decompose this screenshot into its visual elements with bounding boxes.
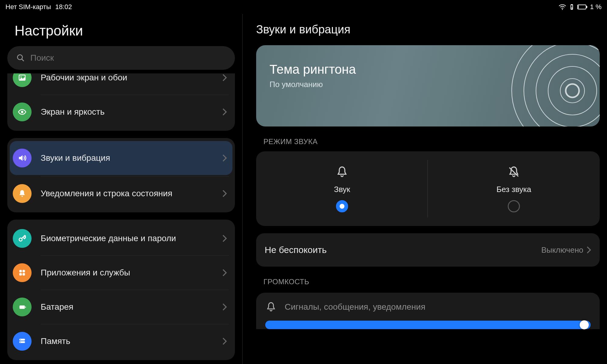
sidebar-item-label: Уведомления и строка состояния	[41, 189, 222, 198]
alert-icon	[569, 4, 575, 10]
status-sim: Нет SIM-карты	[5, 3, 51, 11]
page-title: Настройки	[15, 22, 235, 39]
svg-rect-18	[25, 307, 26, 308]
svg-point-11	[21, 111, 23, 113]
image-icon	[13, 73, 32, 87]
settings-group: Рабочии экран и обои Экран и яркость	[7, 73, 235, 131]
svg-point-21	[20, 339, 21, 340]
chevron-right-icon	[222, 234, 227, 242]
svg-point-7	[18, 55, 22, 60]
sidebar-item-label: Экран и яркость	[41, 107, 222, 117]
svg-point-10	[20, 76, 22, 78]
dnd-label: Не беспокоить	[265, 245, 541, 255]
dnd-row[interactable]: Не беспокоить Выключено	[256, 233, 600, 267]
battery-icon	[577, 4, 588, 10]
status-time: 18:02	[55, 3, 72, 11]
detail-title: Звуки и вибрация	[256, 23, 600, 36]
mode-label: Звук	[334, 185, 350, 194]
svg-rect-2	[571, 5, 572, 8]
settings-sidebar: Настройки Рабочии экран и обои	[0, 14, 243, 364]
svg-point-22	[20, 342, 21, 342]
svg-line-8	[22, 59, 24, 61]
chevron-right-icon	[222, 154, 227, 162]
sidebar-item-apps[interactable]: Приложения и службы	[7, 256, 235, 290]
settings-group: Звуки и вибрация Уведомления и строка со…	[7, 138, 235, 212]
chevron-right-icon	[586, 246, 591, 254]
sidebar-item-label: Батарея	[41, 302, 222, 312]
chevron-right-icon	[222, 190, 227, 197]
sidebar-item-label: Рабочии экран и обои	[41, 73, 222, 83]
dnd-value: Выключено	[541, 245, 583, 255]
sidebar-item-label: Звуки и вибрация	[41, 153, 222, 163]
bell-off-icon	[507, 165, 521, 179]
chevron-right-icon	[222, 303, 227, 311]
sidebar-item-sound[interactable]: Звуки и вибрация	[10, 141, 232, 175]
search-input[interactable]	[30, 53, 226, 63]
chevron-right-icon	[222, 74, 227, 82]
search-icon	[16, 54, 25, 62]
svg-rect-5	[586, 6, 587, 8]
sidebar-item-storage[interactable]: Память	[7, 324, 235, 358]
svg-point-0	[562, 9, 563, 10]
status-battery-percent: 1 %	[590, 3, 602, 11]
mode-label: Без звука	[497, 185, 531, 194]
sidebar-item-biometrics[interactable]: Биометрические данные и пароли	[7, 221, 235, 255]
sound-mode-option-sound[interactable]: Звук	[256, 151, 428, 226]
volume-row-label: Сигналы, сообщения, уведомления	[285, 302, 426, 312]
svg-point-28	[566, 84, 579, 97]
sound-mode-option-silent[interactable]: Без звука	[428, 151, 600, 226]
key-icon	[13, 229, 32, 248]
volume-icon	[13, 149, 32, 167]
svg-rect-15	[19, 273, 22, 275]
wifi-icon	[558, 4, 566, 10]
sidebar-item-home-wallpaper[interactable]: Рабочии экран и обои	[7, 73, 235, 95]
svg-point-26	[524, 45, 600, 126]
storage-icon	[13, 332, 32, 351]
sidebar-item-label: Приложения и службы	[41, 268, 222, 278]
section-label-volume: ГРОМКОСТЬ	[263, 278, 600, 286]
svg-point-12	[19, 238, 22, 241]
eye-icon	[13, 103, 32, 121]
svg-rect-13	[19, 270, 22, 272]
chevron-right-icon	[222, 337, 227, 345]
svg-point-25	[536, 54, 600, 126]
detail-pane: Звуки и вибрация Тема рингтона По умолча…	[243, 14, 607, 364]
svg-rect-17	[19, 305, 25, 309]
sidebar-item-label: Биометрические данные и пароли	[41, 234, 222, 243]
svg-point-23	[560, 79, 585, 103]
svg-rect-4	[578, 5, 586, 9]
sidebar-item-battery[interactable]: Батарея	[7, 290, 235, 324]
sidebar-item-notifications[interactable]: Уведомления и строка состояния	[7, 177, 235, 211]
svg-rect-6	[578, 5, 579, 8]
chevron-right-icon	[222, 108, 227, 116]
radio-checked[interactable]	[336, 200, 348, 212]
bell-icon	[13, 184, 32, 203]
battery-setting-icon	[13, 298, 32, 316]
ringtone-theme-card[interactable]: Тема рингтона По умолчанию	[256, 45, 600, 126]
bell-icon	[335, 165, 349, 179]
svg-point-3	[571, 8, 572, 9]
svg-rect-14	[22, 270, 25, 272]
sound-mode-card: Звук Без звука	[256, 151, 600, 226]
svg-rect-16	[22, 273, 25, 275]
status-bar: Нет SIM-карты 18:02 1 %	[0, 0, 607, 14]
ringtone-art-icon	[509, 45, 600, 126]
volume-slider-ringtone[interactable]	[265, 321, 591, 329]
volume-card: Сигналы, сообщения, уведомления	[256, 293, 600, 329]
grid-icon	[13, 263, 32, 282]
sidebar-scroll[interactable]: Рабочии экран и обои Экран и яркость	[7, 73, 235, 364]
chevron-right-icon	[222, 269, 227, 277]
section-label-sound-mode: РЕЖИМ ЗВУКА	[263, 137, 600, 146]
radio-unchecked[interactable]	[508, 200, 520, 212]
sidebar-item-display[interactable]: Экран и яркость	[7, 95, 235, 129]
search-input-wrap[interactable]	[7, 46, 235, 70]
svg-point-24	[548, 66, 597, 115]
slider-thumb[interactable]	[580, 320, 589, 329]
bell-outline-icon	[265, 301, 277, 313]
sidebar-item-label: Память	[41, 336, 222, 346]
settings-group: Биометрические данные и пароли Приложени…	[7, 220, 235, 360]
